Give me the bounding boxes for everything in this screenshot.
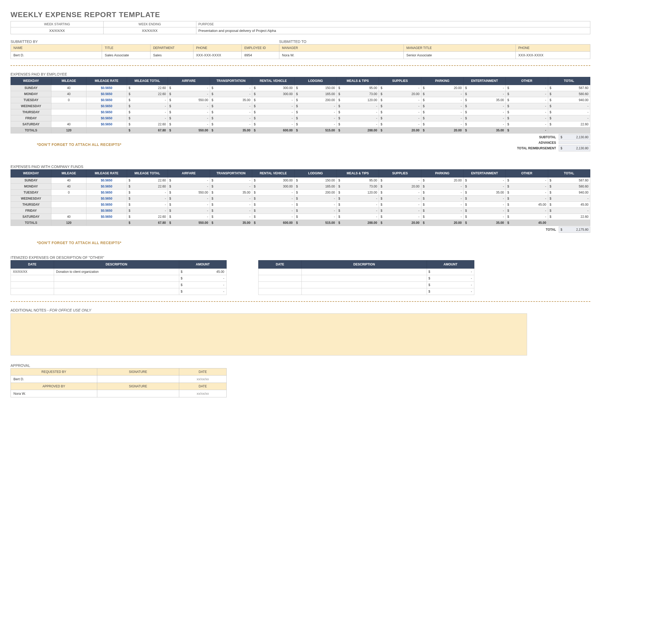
cell-name[interactable]: Bert D. bbox=[11, 52, 102, 59]
cell[interactable]: $0.5650 bbox=[86, 109, 127, 115]
cell-dept[interactable]: Sales bbox=[150, 52, 193, 59]
cell-money[interactable]: - bbox=[210, 103, 252, 109]
cell-req-signature[interactable] bbox=[97, 376, 179, 383]
cell-money[interactable]: 940.00 bbox=[548, 189, 590, 196]
cell-money[interactable]: - bbox=[127, 103, 168, 109]
cell-money[interactable]: - bbox=[463, 177, 505, 183]
cell-money[interactable]: 67.80 bbox=[127, 127, 168, 133]
cell-money[interactable]: - bbox=[210, 177, 252, 183]
cell[interactable]: 40 bbox=[51, 183, 86, 189]
cell-money[interactable]: - bbox=[337, 103, 379, 109]
cell-money[interactable]: - bbox=[337, 115, 379, 121]
cell-money[interactable]: - bbox=[294, 115, 337, 121]
cell-title[interactable]: Sales Associate bbox=[102, 52, 150, 59]
cell-requested-by[interactable]: Bert D. bbox=[11, 376, 97, 383]
cell-money[interactable]: - bbox=[127, 196, 168, 202]
cell-money[interactable]: - bbox=[463, 121, 505, 127]
cell-money[interactable]: 22.60 bbox=[548, 214, 590, 220]
cell-money[interactable]: - bbox=[294, 202, 337, 208]
cell-money[interactable]: 300.00 bbox=[252, 91, 294, 97]
cell-money[interactable]: 95.00 bbox=[337, 177, 379, 183]
cell-money[interactable]: - bbox=[127, 189, 168, 196]
cell[interactable]: TUESDAY bbox=[11, 97, 51, 103]
cell-money[interactable]: 587.60 bbox=[548, 85, 590, 91]
cell-money[interactable]: - bbox=[294, 208, 337, 214]
cell-money[interactable]: 45.00 bbox=[548, 202, 590, 208]
cell-money[interactable]: - bbox=[252, 109, 294, 115]
cell-money[interactable]: - bbox=[506, 183, 548, 189]
cell-money[interactable]: 20.00 bbox=[379, 220, 421, 226]
notes-box[interactable] bbox=[10, 313, 527, 355]
cell-money[interactable]: - bbox=[379, 121, 421, 127]
cell-money[interactable]: - bbox=[506, 109, 548, 115]
cell-money[interactable]: - bbox=[379, 202, 421, 208]
cell-money[interactable]: - bbox=[548, 208, 590, 214]
cell-money[interactable]: 35.00 bbox=[463, 127, 505, 133]
cell-money[interactable]: 120.00 bbox=[337, 97, 379, 103]
cell-money[interactable]: 22.60 bbox=[127, 177, 168, 183]
cell-money[interactable]: - bbox=[294, 214, 337, 220]
cell[interactable]: 0 bbox=[51, 189, 86, 196]
cell-money[interactable]: - bbox=[463, 115, 505, 121]
cell-item-date[interactable]: XX/XX/XX bbox=[11, 269, 54, 275]
cell-money[interactable]: 200.00 bbox=[294, 189, 337, 196]
cell-money[interactable]: - bbox=[210, 183, 252, 189]
cell-money[interactable]: - bbox=[379, 97, 421, 103]
cell-money[interactable]: 20.00 bbox=[421, 220, 463, 226]
cell-money[interactable]: 95.00 bbox=[337, 85, 379, 91]
cell-money[interactable]: 22.60 bbox=[127, 183, 168, 189]
cell-item-desc[interactable] bbox=[302, 269, 427, 275]
cell-money[interactable]: 20.00 bbox=[379, 183, 421, 189]
cell[interactable] bbox=[86, 127, 127, 133]
cell-money[interactable]: 200.00 bbox=[294, 97, 337, 103]
cell-item-desc[interactable] bbox=[54, 282, 179, 288]
cell-item-desc[interactable] bbox=[302, 282, 427, 288]
cell[interactable]: SATURDAY bbox=[11, 214, 51, 220]
cell[interactable]: $0.5650 bbox=[86, 202, 127, 208]
cell-money[interactable]: - bbox=[421, 91, 463, 97]
cell-item-date[interactable] bbox=[11, 288, 54, 295]
cell-money[interactable]: - bbox=[210, 202, 252, 208]
cell-money[interactable]: - bbox=[210, 214, 252, 220]
cell[interactable]: $0.5650 bbox=[86, 183, 127, 189]
cell-item-amount[interactable]: - bbox=[427, 282, 474, 288]
cell-item-amount[interactable]: 45.00 bbox=[179, 269, 226, 275]
cell-money[interactable]: - bbox=[337, 196, 379, 202]
cell-money[interactable]: 20.00 bbox=[421, 127, 463, 133]
cell[interactable]: $0.5650 bbox=[86, 177, 127, 183]
cell[interactable]: $0.5650 bbox=[86, 208, 127, 214]
cell-item-desc[interactable] bbox=[54, 288, 179, 295]
cell-money[interactable]: - bbox=[127, 208, 168, 214]
cell-money[interactable]: 35.00 bbox=[210, 189, 252, 196]
cell[interactable]: $0.5650 bbox=[86, 103, 127, 109]
cell-money[interactable]: 550.00 bbox=[168, 220, 210, 226]
cell-money[interactable]: 35.00 bbox=[463, 189, 505, 196]
cell[interactable]: $0.5650 bbox=[86, 91, 127, 97]
cell-money[interactable]: - bbox=[252, 202, 294, 208]
cell-money[interactable]: - bbox=[168, 202, 210, 208]
cell[interactable]: TOTALS bbox=[11, 127, 51, 133]
cell-item-date[interactable] bbox=[259, 282, 302, 288]
cell-money[interactable]: - bbox=[506, 85, 548, 91]
cell-app-signature[interactable] bbox=[97, 390, 179, 397]
cell[interactable] bbox=[51, 208, 86, 214]
cell-money[interactable]: 550.00 bbox=[168, 127, 210, 133]
cell-money[interactable]: - bbox=[379, 208, 421, 214]
cell-money[interactable]: 580.60 bbox=[548, 183, 590, 189]
cell[interactable]: WEDNESDAY bbox=[11, 103, 51, 109]
cell-money[interactable]: - bbox=[548, 196, 590, 202]
cell-money[interactable]: - bbox=[463, 183, 505, 189]
cell-money[interactable]: - bbox=[294, 103, 337, 109]
cell-money[interactable]: - bbox=[210, 85, 252, 91]
cell-money[interactable]: - bbox=[421, 103, 463, 109]
cell-money[interactable]: - bbox=[127, 97, 168, 103]
cell-money[interactable]: 35.00 bbox=[463, 220, 505, 226]
cell-money[interactable]: 165.00 bbox=[294, 183, 337, 189]
cell-money[interactable]: - bbox=[127, 115, 168, 121]
cell-money[interactable]: - bbox=[506, 208, 548, 214]
cell-money[interactable]: 73.00 bbox=[337, 183, 379, 189]
cell-empid[interactable]: 8954 bbox=[242, 52, 279, 59]
cell-money[interactable]: - bbox=[127, 109, 168, 115]
cell-money[interactable]: - bbox=[421, 214, 463, 220]
cell-money[interactable]: - bbox=[548, 103, 590, 109]
